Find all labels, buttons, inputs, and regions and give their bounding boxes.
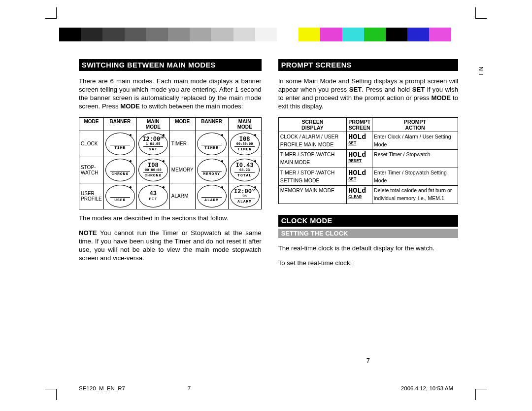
table-header: MODE [79, 117, 104, 131]
table-row: CLOCK / ALARM / USER PROFILE MAIN MODE H… [278, 132, 458, 150]
cell-mode: STOP-WATCH [79, 157, 104, 183]
text: . Press and hold [362, 86, 412, 93]
cell-screen-display: TIMER / STOP-WATCH MAIN MODE [278, 150, 347, 168]
after-table-text: The modes are described in the sections … [79, 214, 262, 223]
set-keyword: SET [412, 86, 425, 93]
note-text: You cannot run the Timer or Stopwatch at… [79, 229, 262, 262]
cell-banner: TIME [103, 131, 136, 157]
mode-keyword: MODE [120, 103, 140, 110]
crop-mark [475, 7, 487, 19]
cell-banner: CHRONO [103, 157, 136, 183]
right-column: PROMPT SCREENS In some Main Mode and Set… [278, 59, 458, 364]
footer-page: 7 [188, 385, 191, 391]
cell-prompt-action: Enter Clock / Alarm / User Setting Mode [372, 132, 458, 150]
heading-clock-mode: CLOCK MODE [278, 215, 458, 227]
heading-switching-modes: SWITCHING BETWEEN MAIN MODES [79, 59, 262, 71]
cell-banner: MEMORY [195, 157, 228, 183]
cell-prompt-action: Delete total calorie and fat burn or ind… [372, 186, 458, 204]
table-row: TIMER / STOP-WATCH MAIN MODE HOLdRESET R… [278, 150, 458, 168]
modes-table: MODEBANNERMAINMODEMODEBANNERMAINMODE CLO… [79, 117, 262, 209]
table-header: BANNER [103, 117, 136, 131]
cell-prompt-screen: HOLdSET [347, 132, 372, 150]
cell-main-mode: 43 FIT [136, 183, 169, 209]
color-calibration-bar [59, 28, 473, 41]
cell-mode: USER PROFILE [79, 183, 104, 209]
table-row: MEMORY MAIN MODE HOLdCLEAR Delete total … [278, 186, 458, 204]
page-number: 7 [278, 357, 458, 364]
heading-prompt-screens: PROMPT SCREENS [278, 59, 458, 71]
table-header: BANNER [195, 117, 228, 131]
footer-date: 2006.4.12, 10:53 AM [401, 385, 453, 391]
cell-prompt-screen: HOLdRESET [347, 150, 372, 168]
language-tab: EN [478, 66, 485, 75]
cell-screen-display: TIMER / STOP-WATCH SETTING MODE [278, 168, 347, 186]
crop-mark [45, 7, 57, 19]
cell-banner: ALARM [195, 183, 228, 209]
set-keyword: SET [349, 86, 362, 93]
table-row: TIMER / STOP-WATCH SETTING MODE HOLdSET … [278, 168, 458, 186]
subheading-setting-clock: SETTING THE CLOCK [278, 229, 458, 238]
cell-prompt-screen: HOLdCLEAR [347, 186, 372, 204]
cell-prompt-action: Enter Timer / Stopwatch Setting Mode [372, 168, 458, 186]
cell-main-mode: I08 00:00:00 CHRONO [136, 157, 169, 183]
table-row: USER PROFILE USER 43 FIT ALARM ALARM I2:… [79, 183, 262, 209]
prompt-intro: In some Main Mode and Setting displays a… [278, 77, 458, 111]
intro-text-2: to switch between the main modes: [140, 103, 243, 110]
cell-screen-display: MEMORY MAIN MODE [278, 186, 347, 204]
cell-prompt-action: Reset Timer / Stopwatch [372, 150, 458, 168]
cell-mode: TIMER [169, 131, 195, 157]
footer: SE120_M_EN_R7 7 2006.4.12, 10:53 AM [79, 385, 453, 391]
note-label: NOTE [79, 229, 97, 237]
cell-main-mode: I08 00:30:00 TIMER [228, 131, 261, 157]
table-row: CLOCK TIME I2:00AM 1.01.05 SAT TIMER TIM… [79, 131, 262, 157]
table-header: SCREENDISPLAY [278, 117, 347, 132]
clock-paragraph-2: To set the real-time clock: [278, 259, 458, 268]
cell-main-mode: I2:00AM 1.01.05 SAT [136, 131, 169, 157]
cell-prompt-screen: HOLdSET [347, 168, 372, 186]
cell-banner: TIMER [195, 131, 228, 157]
table-header: PROMPTSCREEN [347, 117, 372, 132]
crop-mark [475, 389, 487, 400]
table-header: MAINMODE [136, 117, 169, 131]
cell-screen-display: CLOCK / ALARM / USER PROFILE MAIN MODE [278, 132, 347, 150]
note-paragraph: NOTE You cannot run the Timer or Stopwat… [79, 229, 262, 263]
cell-banner: USER [103, 183, 136, 209]
cell-mode: MEMORY [169, 157, 195, 183]
clock-paragraph-1: The real-time clock is the default displ… [278, 244, 458, 253]
cell-main-mode: I2:00AM On ALARM [228, 183, 261, 209]
intro-paragraph: There are 6 main modes. Each main mode d… [79, 77, 262, 111]
table-header: MODE [169, 117, 195, 131]
crop-mark [45, 389, 57, 400]
mode-keyword: MODE [432, 94, 451, 102]
footer-doc-id: SE120_M_EN_R7 [79, 385, 125, 391]
left-column: SWITCHING BETWEEN MAIN MODES There are 6… [79, 59, 262, 364]
table-header: PROMPTACTION [372, 117, 458, 132]
prompt-table: SCREENDISPLAYPROMPTSCREENPROMPTACTION CL… [278, 117, 458, 204]
table-row: STOP-WATCH CHRONO I08 00:00:00 CHRONO ME… [79, 157, 262, 183]
cell-mode: ALARM [169, 183, 195, 209]
cell-main-mode: I0.43 68.23 TOTAL [228, 157, 261, 183]
page-content: SWITCHING BETWEEN MAIN MODES There are 6… [79, 59, 458, 364]
table-header: MAINMODE [228, 117, 261, 131]
cell-mode: CLOCK [79, 131, 104, 157]
